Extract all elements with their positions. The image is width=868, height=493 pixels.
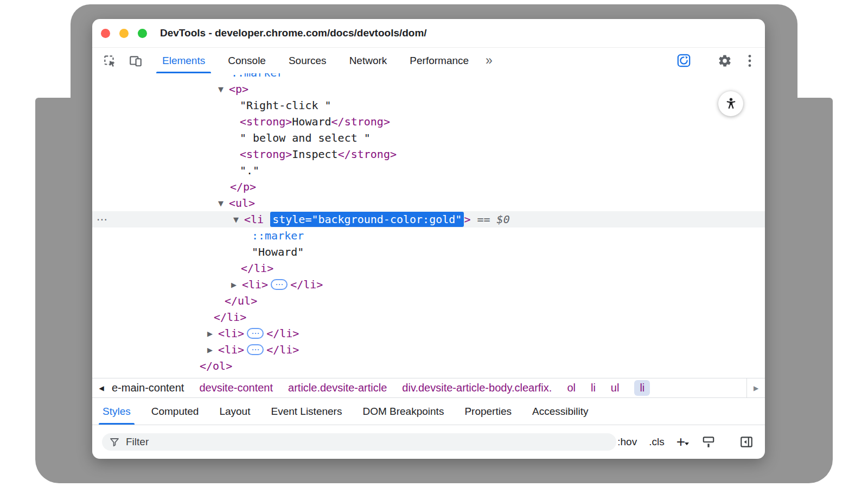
disclosure-triangle-icon[interactable]: ▶ [231, 277, 242, 293]
tab-properties[interactable]: Properties [454, 398, 522, 425]
expand-ellipsis-button[interactable]: ⋯ [247, 344, 264, 355]
token-text: Howard [292, 115, 331, 128]
tree-line[interactable]: </li> [92, 309, 765, 325]
tree-line[interactable]: "Right-click " [92, 97, 765, 113]
breadcrumb-item[interactable]: li [634, 380, 650, 396]
token-tag: <li [244, 213, 270, 226]
tab-elements[interactable]: Elements [151, 48, 216, 73]
tree-line[interactable]: ▶<li>⋯</li> [92, 342, 765, 358]
tab-console[interactable]: Console [216, 48, 277, 73]
new-style-rule-button[interactable]: + [676, 436, 689, 448]
tree-line[interactable]: " below and select " [92, 130, 765, 146]
breadcrumb-item[interactable]: devsite-content [199, 382, 273, 394]
tab-event-listeners[interactable]: Event Listeners [260, 398, 352, 425]
tree-line[interactable]: </p> [92, 179, 765, 195]
accessibility-person-icon [724, 97, 738, 111]
filter-placeholder: Filter [126, 436, 149, 448]
disclosure-triangle-icon[interactable]: ▶ [207, 326, 218, 342]
styles-toolbar: Filter :hov .cls + [92, 425, 765, 459]
tree-line[interactable]: ▶<li>⋯</li> [92, 325, 765, 342]
token-text: "Right-click " [240, 99, 331, 112]
token-tag: </ol> [200, 359, 232, 372]
sidebar-tabs: StylesComputedLayoutEvent ListenersDOM B… [92, 398, 765, 425]
kebab-menu-icon[interactable] [748, 54, 752, 68]
toggle-sidebar-icon[interactable] [739, 434, 754, 450]
tree-line[interactable]: ::marker [92, 227, 765, 244]
token-eq: == [470, 213, 496, 226]
accessibility-button[interactable] [718, 91, 743, 116]
main-toolbar: ElementsConsoleSourcesNetworkPerformance… [92, 48, 765, 73]
disclosure-triangle-icon[interactable]: ▼ [233, 212, 244, 228]
dom-tree: ::marker▼<p>"Right-click "<strong>Howard… [92, 73, 765, 378]
breadcrumb-item[interactable]: e-main-content [112, 382, 184, 394]
tree-line-p-open[interactable]: ▼<p> [92, 81, 765, 97]
toggle-element-state-button[interactable]: :hov [617, 436, 637, 448]
token-tag: <ul> [229, 197, 255, 210]
tree-line-selected-li[interactable]: ⋯▼<li style="background-color:gold"> == … [92, 211, 765, 227]
titlebar: DevTools - developer.chrome.com/docs/dev… [92, 19, 765, 48]
tree-line[interactable]: </ol> [92, 358, 765, 374]
styles-toolbar-right: :hov .cls + [617, 434, 755, 450]
token-pseudo: ::marker [231, 73, 283, 79]
traffic-lights [101, 29, 147, 38]
tab-computed[interactable]: Computed [141, 398, 209, 425]
tab-dom-breakpoints[interactable]: DOM Breakpoints [352, 398, 454, 425]
breadcrumb-items: e-main-contentdevsite-contentarticle.dev… [111, 380, 746, 396]
tree-line-ul-open[interactable]: ▼<ul> [92, 195, 765, 211]
tab-network[interactable]: Network [338, 48, 399, 73]
breadcrumb-scroll-right-icon[interactable]: ▶ [746, 378, 765, 397]
tab-layout[interactable]: Layout [209, 398, 260, 425]
inspect-icon[interactable] [102, 53, 117, 68]
breadcrumb-item[interactable]: article.devsite-article [288, 382, 387, 394]
toolbar-right [676, 53, 765, 68]
token-text: "." [240, 164, 259, 177]
token-tag: </li> [290, 278, 323, 291]
tab-performance[interactable]: Performance [398, 48, 480, 73]
close-button[interactable] [101, 29, 110, 38]
tree-line[interactable]: </ul> [92, 293, 765, 309]
token-tag: </li> [214, 311, 246, 324]
devtools-window: DevTools - developer.chrome.com/docs/dev… [92, 19, 765, 459]
paint-roller-icon[interactable] [701, 434, 716, 450]
token-tag: <li> [242, 278, 268, 291]
device-toolbar-icon[interactable] [128, 53, 143, 68]
plus-icon: + [676, 436, 685, 448]
figure-stage: DevTools - developer.chrome.com/docs/dev… [0, 0, 868, 493]
token-pseudo: ::marker [252, 229, 304, 242]
expand-ellipsis-button[interactable]: ⋯ [247, 328, 264, 339]
token-text: Inspect [292, 148, 337, 161]
breadcrumb: ◀ e-main-contentdevsite-contentarticle.d… [92, 378, 765, 398]
expand-ellipsis-button[interactable]: ⋯ [271, 279, 288, 290]
breadcrumb-item[interactable]: div.devsite-article-body.clearfix. [402, 382, 552, 394]
tab-styles[interactable]: Styles [92, 398, 141, 425]
token-sel: style="background-color:gold" [270, 212, 464, 227]
sync-icon[interactable] [676, 53, 691, 68]
row-overflow-icon[interactable]: ⋯ [97, 211, 107, 227]
maximize-button[interactable] [138, 29, 147, 38]
token-tag: > [464, 213, 470, 226]
tree-line[interactable]: "." [92, 162, 765, 179]
breadcrumb-scroll-left-icon[interactable]: ◀ [92, 384, 111, 392]
token-dollar: $0 [497, 213, 510, 226]
more-tabs-icon[interactable]: » [486, 53, 493, 68]
element-classes-button[interactable]: .cls [649, 436, 665, 448]
tree-line[interactable]: </li> [92, 260, 765, 276]
minimize-button[interactable] [119, 29, 129, 38]
token-tag: </li> [266, 343, 299, 356]
breadcrumb-item[interactable]: ol [567, 382, 576, 394]
tree-line[interactable]: "Howard" [92, 244, 765, 260]
tab-accessibility[interactable]: Accessibility [522, 398, 598, 425]
disclosure-triangle-icon[interactable]: ▼ [218, 195, 229, 212]
filter-input[interactable]: Filter [102, 433, 616, 451]
tree-line[interactable]: <strong>Inspect</strong> [92, 146, 765, 162]
tree-line-marker-clipped[interactable]: ::marker [92, 73, 765, 81]
tree-line[interactable]: <strong>Howard</strong> [92, 113, 765, 130]
breadcrumb-item[interactable]: li [591, 382, 596, 394]
disclosure-triangle-icon[interactable]: ▼ [218, 81, 229, 98]
breadcrumb-item[interactable]: ul [611, 382, 620, 394]
tab-sources[interactable]: Sources [277, 48, 338, 73]
disclosure-triangle-icon[interactable]: ▶ [207, 342, 218, 358]
gear-icon[interactable] [717, 53, 732, 68]
token-tag: </strong> [331, 115, 390, 128]
tree-line[interactable]: ▶<li>⋯</li> [92, 276, 765, 293]
